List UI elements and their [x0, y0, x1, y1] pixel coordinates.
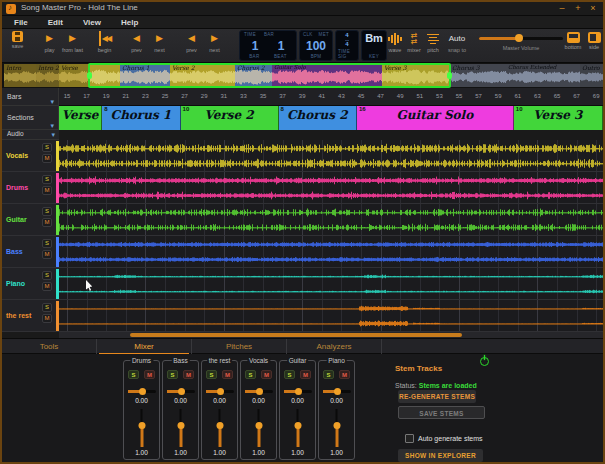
tab-analyzers[interactable]: Analyzers [287, 339, 382, 355]
section-chorus-1[interactable]: 8Chorus 1 [102, 106, 180, 130]
solo-button[interactable]: S [42, 303, 52, 312]
pan-knob[interactable] [256, 388, 263, 395]
pan-slider[interactable] [128, 390, 156, 393]
prev-bar-button[interactable]: ◀prev [125, 31, 148, 61]
save-button[interactable]: save [6, 31, 29, 61]
tab-mixer[interactable]: Mixer [97, 339, 192, 355]
begin-button[interactable]: ◀◀begin [93, 31, 116, 61]
snap-to-value[interactable]: Auto [440, 34, 474, 43]
pan-knob[interactable] [334, 388, 341, 395]
master-volume-knob[interactable] [515, 34, 523, 42]
show-in-explorer-button[interactable]: SHOW IN EXPLORER [398, 449, 483, 462]
fader-knob[interactable] [333, 422, 340, 429]
mute-button[interactable]: M [183, 370, 194, 379]
volume-fader[interactable] [215, 409, 224, 447]
volume-fader[interactable] [332, 409, 341, 447]
mute-button[interactable]: M [42, 186, 52, 195]
next-bar-button[interactable]: ▶next [148, 31, 171, 61]
bars-ruler[interactable]: 1517192123252729313335373941434547495153… [59, 88, 603, 106]
met-toggle[interactable]: MET [319, 32, 329, 37]
mute-button[interactable]: M [222, 370, 233, 379]
mute-button[interactable]: M [300, 370, 311, 379]
auto-generate-checkbox[interactable] [405, 434, 414, 443]
solo-button[interactable]: S [167, 370, 178, 379]
solo-button[interactable]: S [128, 370, 139, 379]
mute-button[interactable]: M [42, 154, 52, 163]
solo-button[interactable]: S [42, 207, 52, 216]
track-header-guitar[interactable]: GuitarSM [2, 204, 59, 236]
mute-button[interactable]: M [144, 370, 155, 379]
audio-group-header[interactable]: Audio ▾ [2, 130, 59, 140]
section-verse-2[interactable]: 10Verse 2 [181, 106, 279, 130]
song-overview-strip[interactable]: IntroIntro 2VerseChorus 1Verse 2Chorus 2… [2, 63, 603, 88]
fader-knob[interactable] [138, 422, 145, 429]
scrollbar-thumb[interactable] [130, 333, 462, 337]
pitch-view-button[interactable]: pitch [425, 32, 441, 60]
regenerate-stems-button[interactable]: RE-GENERATE STEMS [398, 390, 476, 403]
sections-row-header[interactable]: Sections ▾ [2, 106, 59, 130]
solo-button[interactable]: S [42, 271, 52, 280]
tab-tools[interactable]: Tools [2, 339, 97, 355]
track-lane-the-rest[interactable] [59, 300, 603, 332]
pan-slider[interactable] [245, 390, 273, 393]
pan-slider[interactable] [206, 390, 234, 393]
mute-button[interactable]: M [42, 314, 52, 323]
section-verse-3[interactable]: 10Verse 3 [514, 106, 603, 130]
close-button[interactable]: × [586, 2, 600, 15]
solo-button[interactable]: S [206, 370, 217, 379]
volume-fader[interactable] [176, 409, 185, 447]
time-mode-toggle[interactable]: TIME [244, 32, 256, 37]
menu-edit[interactable]: Edit [40, 18, 71, 27]
track-header-the-rest[interactable]: the restSM [2, 300, 59, 332]
sections-lane[interactable]: Verse8Chorus 110Verse 28Chorus 216Guitar… [59, 106, 603, 130]
minimize-button[interactable]: – [555, 2, 569, 15]
volume-fader[interactable] [254, 409, 263, 447]
track-lane-piano[interactable] [59, 268, 603, 300]
waveform-area[interactable] [59, 140, 603, 332]
master-volume-track[interactable] [479, 37, 563, 40]
snap-to-control[interactable]: Auto snap to [440, 34, 474, 53]
solo-button[interactable]: S [323, 370, 334, 379]
track-header-drums[interactable]: DrumsSM [2, 172, 59, 204]
solo-button[interactable]: S [284, 370, 295, 379]
mixer-view-button[interactable]: ⇄⇄ mixer [406, 32, 422, 60]
bar-mode-toggle[interactable]: BAR [264, 32, 274, 37]
mute-button[interactable]: M [42, 218, 52, 227]
maximize-button[interactable]: + [571, 2, 585, 15]
track-header-bass[interactable]: BassSM [2, 236, 59, 268]
pan-knob[interactable] [178, 388, 185, 395]
chevron-down-icon[interactable]: ▾ [51, 131, 55, 139]
mute-button[interactable]: M [42, 282, 52, 291]
bars-row-header[interactable]: Bars ▾ [2, 88, 59, 106]
next-beat-button[interactable]: ▶next [203, 31, 226, 61]
solo-button[interactable]: S [42, 175, 52, 184]
pan-knob[interactable] [139, 388, 146, 395]
track-header-piano[interactable]: PianoSM [2, 268, 59, 300]
prev-beat-button[interactable]: ◀prev [180, 31, 203, 61]
section-guitar-solo[interactable]: 16Guitar Solo [357, 106, 514, 130]
clk-toggle[interactable]: CLK [303, 32, 313, 37]
menu-view[interactable]: View [75, 18, 109, 27]
section-chorus-2[interactable]: 8Chorus 2 [279, 106, 357, 130]
from-last-button[interactable]: ▶from last [61, 31, 84, 61]
section-verse[interactable]: Verse [59, 106, 102, 130]
menu-help[interactable]: Help [113, 18, 146, 27]
mute-button[interactable]: M [339, 370, 350, 379]
track-header-vocals[interactable]: VocalsSM [2, 140, 59, 172]
fader-knob[interactable] [255, 422, 262, 429]
pan-slider[interactable] [284, 390, 312, 393]
solo-button[interactable]: S [245, 370, 256, 379]
tab-pitches[interactable]: Pitches [192, 339, 287, 355]
wave-view-button[interactable]: wave [387, 32, 403, 60]
fader-knob[interactable] [294, 422, 301, 429]
bottom-panel-button[interactable]: bottom [565, 32, 581, 50]
menu-file[interactable]: File [6, 18, 36, 27]
fader-knob[interactable] [177, 422, 184, 429]
solo-button[interactable]: S [42, 143, 52, 152]
volume-fader[interactable] [137, 409, 146, 447]
pan-knob[interactable] [217, 388, 224, 395]
solo-button[interactable]: S [42, 239, 52, 248]
track-lane-guitar[interactable] [59, 204, 603, 236]
pan-slider[interactable] [323, 390, 351, 393]
fader-knob[interactable] [216, 422, 223, 429]
